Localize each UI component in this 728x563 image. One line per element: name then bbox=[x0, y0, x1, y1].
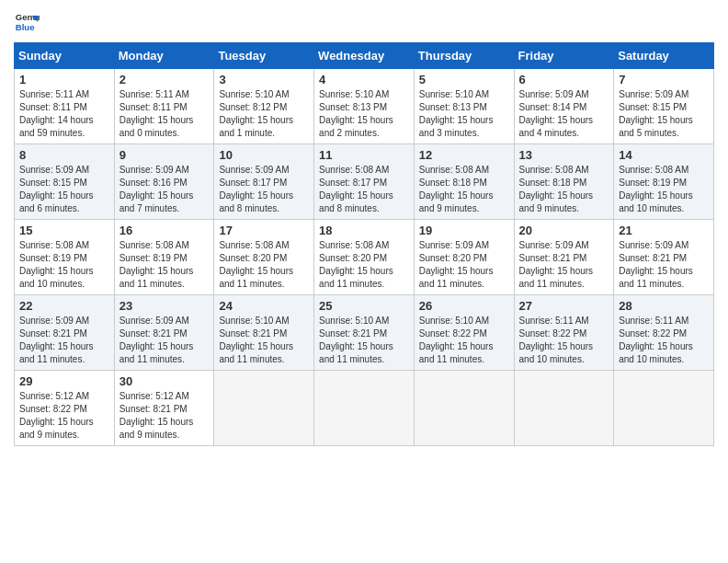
day-number: 1 bbox=[19, 73, 109, 86]
day-number: 8 bbox=[19, 148, 109, 162]
calendar-table: SundayMondayTuesdayWednesdayThursdayFrid… bbox=[14, 42, 714, 446]
day-number: 16 bbox=[119, 224, 210, 237]
calendar-cell bbox=[614, 371, 714, 446]
calendar-header-tuesday: Tuesday bbox=[214, 43, 314, 69]
day-number: 4 bbox=[319, 73, 409, 86]
calendar-header-friday: Friday bbox=[514, 43, 614, 69]
day-info: Sunrise: 5:10 AM Sunset: 8:13 PM Dayligh… bbox=[319, 88, 409, 140]
calendar-cell: 19Sunrise: 5:09 AM Sunset: 8:20 PM Dayli… bbox=[414, 220, 514, 295]
day-info: Sunrise: 5:08 AM Sunset: 8:18 PM Dayligh… bbox=[519, 164, 609, 215]
calendar-cell: 26Sunrise: 5:10 AM Sunset: 8:22 PM Dayli… bbox=[414, 295, 514, 371]
calendar-cell: 27Sunrise: 5:11 AM Sunset: 8:22 PM Dayli… bbox=[514, 295, 614, 371]
calendar-cell: 4Sunrise: 5:10 AM Sunset: 8:13 PM Daylig… bbox=[314, 69, 415, 144]
day-number: 3 bbox=[219, 73, 309, 86]
calendar-cell: 10Sunrise: 5:09 AM Sunset: 8:17 PM Dayli… bbox=[214, 144, 314, 220]
day-info: Sunrise: 5:11 AM Sunset: 8:22 PM Dayligh… bbox=[519, 315, 609, 366]
day-info: Sunrise: 5:10 AM Sunset: 8:12 PM Dayligh… bbox=[219, 88, 309, 140]
calendar-cell: 13Sunrise: 5:08 AM Sunset: 8:18 PM Dayli… bbox=[514, 144, 614, 220]
day-info: Sunrise: 5:08 AM Sunset: 8:20 PM Dayligh… bbox=[219, 239, 309, 291]
day-info: Sunrise: 5:12 AM Sunset: 8:21 PM Dayligh… bbox=[119, 390, 210, 442]
calendar-cell: 9Sunrise: 5:09 AM Sunset: 8:16 PM Daylig… bbox=[114, 144, 214, 220]
day-info: Sunrise: 5:11 AM Sunset: 8:11 PM Dayligh… bbox=[19, 88, 109, 140]
calendar-cell: 17Sunrise: 5:08 AM Sunset: 8:20 PM Dayli… bbox=[214, 220, 314, 295]
calendar-cell: 6Sunrise: 5:09 AM Sunset: 8:14 PM Daylig… bbox=[514, 69, 614, 144]
day-number: 21 bbox=[619, 224, 709, 237]
calendar-cell: 24Sunrise: 5:10 AM Sunset: 8:21 PM Dayli… bbox=[214, 295, 314, 371]
calendar-cell: 8Sunrise: 5:09 AM Sunset: 8:15 PM Daylig… bbox=[15, 144, 115, 220]
calendar-cell: 23Sunrise: 5:09 AM Sunset: 8:21 PM Dayli… bbox=[114, 295, 214, 371]
day-number: 20 bbox=[519, 224, 609, 237]
day-info: Sunrise: 5:09 AM Sunset: 8:15 PM Dayligh… bbox=[19, 164, 109, 215]
day-number: 10 bbox=[219, 148, 309, 162]
day-number: 7 bbox=[619, 73, 709, 86]
day-info: Sunrise: 5:10 AM Sunset: 8:21 PM Dayligh… bbox=[319, 315, 409, 366]
calendar-cell: 5Sunrise: 5:10 AM Sunset: 8:13 PM Daylig… bbox=[414, 69, 514, 144]
calendar-cell: 28Sunrise: 5:11 AM Sunset: 8:22 PM Dayli… bbox=[614, 295, 714, 371]
logo-icon: General Blue bbox=[14, 9, 40, 35]
day-info: Sunrise: 5:08 AM Sunset: 8:19 PM Dayligh… bbox=[619, 164, 709, 215]
day-info: Sunrise: 5:09 AM Sunset: 8:17 PM Dayligh… bbox=[219, 164, 309, 215]
calendar-cell: 30Sunrise: 5:12 AM Sunset: 8:21 PM Dayli… bbox=[114, 371, 214, 446]
logo: General Blue bbox=[14, 9, 43, 35]
day-info: Sunrise: 5:09 AM Sunset: 8:16 PM Dayligh… bbox=[119, 164, 210, 215]
calendar-cell: 15Sunrise: 5:08 AM Sunset: 8:19 PM Dayli… bbox=[15, 220, 115, 295]
calendar-cell: 22Sunrise: 5:09 AM Sunset: 8:21 PM Dayli… bbox=[15, 295, 115, 371]
day-info: Sunrise: 5:09 AM Sunset: 8:14 PM Dayligh… bbox=[519, 88, 609, 140]
day-info: Sunrise: 5:09 AM Sunset: 8:21 PM Dayligh… bbox=[619, 239, 709, 291]
calendar-cell bbox=[314, 371, 415, 446]
calendar-cell: 14Sunrise: 5:08 AM Sunset: 8:19 PM Dayli… bbox=[614, 144, 714, 220]
svg-text:Blue: Blue bbox=[16, 22, 35, 32]
day-number: 6 bbox=[519, 73, 609, 86]
day-info: Sunrise: 5:11 AM Sunset: 8:22 PM Dayligh… bbox=[619, 315, 709, 366]
calendar-cell bbox=[514, 371, 614, 446]
calendar-cell: 20Sunrise: 5:09 AM Sunset: 8:21 PM Dayli… bbox=[514, 220, 614, 295]
day-number: 14 bbox=[619, 148, 709, 162]
day-info: Sunrise: 5:11 AM Sunset: 8:11 PM Dayligh… bbox=[119, 88, 210, 140]
calendar-cell bbox=[214, 371, 314, 446]
day-number: 13 bbox=[519, 148, 609, 162]
day-number: 12 bbox=[419, 148, 509, 162]
day-number: 22 bbox=[19, 299, 109, 313]
calendar-cell: 18Sunrise: 5:08 AM Sunset: 8:20 PM Dayli… bbox=[314, 220, 415, 295]
day-number: 2 bbox=[119, 73, 210, 86]
day-number: 5 bbox=[419, 73, 509, 86]
calendar-cell: 7Sunrise: 5:09 AM Sunset: 8:15 PM Daylig… bbox=[614, 69, 714, 144]
calendar-cell: 2Sunrise: 5:11 AM Sunset: 8:11 PM Daylig… bbox=[114, 69, 214, 144]
day-info: Sunrise: 5:09 AM Sunset: 8:21 PM Dayligh… bbox=[119, 315, 210, 366]
day-number: 24 bbox=[219, 299, 309, 313]
page-header: General Blue bbox=[14, 9, 714, 35]
day-info: Sunrise: 5:09 AM Sunset: 8:15 PM Dayligh… bbox=[619, 88, 709, 140]
day-info: Sunrise: 5:08 AM Sunset: 8:17 PM Dayligh… bbox=[319, 164, 409, 215]
day-info: Sunrise: 5:10 AM Sunset: 8:21 PM Dayligh… bbox=[219, 315, 309, 366]
day-info: Sunrise: 5:08 AM Sunset: 8:18 PM Dayligh… bbox=[419, 164, 509, 215]
calendar-cell: 16Sunrise: 5:08 AM Sunset: 8:19 PM Dayli… bbox=[114, 220, 214, 295]
calendar-cell: 21Sunrise: 5:09 AM Sunset: 8:21 PM Dayli… bbox=[614, 220, 714, 295]
calendar-week-5: 29Sunrise: 5:12 AM Sunset: 8:22 PM Dayli… bbox=[15, 371, 714, 446]
day-number: 29 bbox=[19, 374, 109, 388]
calendar-cell: 3Sunrise: 5:10 AM Sunset: 8:12 PM Daylig… bbox=[214, 69, 314, 144]
day-info: Sunrise: 5:10 AM Sunset: 8:13 PM Dayligh… bbox=[419, 88, 509, 140]
day-number: 23 bbox=[119, 299, 210, 313]
calendar-header-monday: Monday bbox=[114, 43, 214, 69]
calendar-week-4: 22Sunrise: 5:09 AM Sunset: 8:21 PM Dayli… bbox=[15, 295, 714, 371]
day-info: Sunrise: 5:09 AM Sunset: 8:20 PM Dayligh… bbox=[419, 239, 509, 291]
calendar-header-thursday: Thursday bbox=[414, 43, 514, 69]
calendar-header-wednesday: Wednesday bbox=[314, 43, 415, 69]
day-info: Sunrise: 5:08 AM Sunset: 8:20 PM Dayligh… bbox=[319, 239, 409, 291]
calendar-cell bbox=[414, 371, 514, 446]
calendar-week-1: 1Sunrise: 5:11 AM Sunset: 8:11 PM Daylig… bbox=[15, 69, 714, 144]
calendar-cell: 29Sunrise: 5:12 AM Sunset: 8:22 PM Dayli… bbox=[15, 371, 115, 446]
calendar-header-saturday: Saturday bbox=[614, 43, 714, 69]
day-number: 11 bbox=[319, 148, 409, 162]
day-info: Sunrise: 5:08 AM Sunset: 8:19 PM Dayligh… bbox=[119, 239, 210, 291]
calendar-cell: 12Sunrise: 5:08 AM Sunset: 8:18 PM Dayli… bbox=[414, 144, 514, 220]
calendar-week-3: 15Sunrise: 5:08 AM Sunset: 8:19 PM Dayli… bbox=[15, 220, 714, 295]
day-number: 15 bbox=[19, 224, 109, 237]
calendar-cell: 11Sunrise: 5:08 AM Sunset: 8:17 PM Dayli… bbox=[314, 144, 415, 220]
day-number: 30 bbox=[119, 374, 210, 388]
day-number: 25 bbox=[319, 299, 409, 313]
day-info: Sunrise: 5:08 AM Sunset: 8:19 PM Dayligh… bbox=[19, 239, 109, 291]
calendar-cell: 1Sunrise: 5:11 AM Sunset: 8:11 PM Daylig… bbox=[15, 69, 115, 144]
day-number: 9 bbox=[119, 148, 210, 162]
day-info: Sunrise: 5:12 AM Sunset: 8:22 PM Dayligh… bbox=[19, 390, 109, 442]
